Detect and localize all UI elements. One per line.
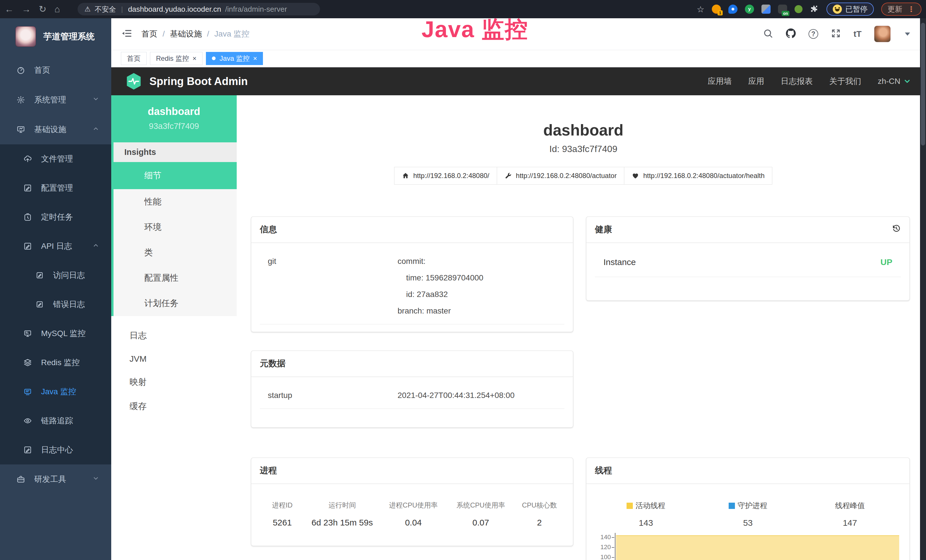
sidebar-item-access-log[interactable]: 访问日志 bbox=[0, 261, 111, 290]
threads-card-title: 线程 bbox=[586, 458, 909, 484]
sidebar-item-tracing[interactable]: 链路追踪 bbox=[0, 406, 111, 435]
browser-update-button[interactable]: 更新 ⋮ bbox=[881, 3, 921, 16]
metadata-card-title: 元数据 bbox=[251, 351, 573, 377]
metadata-card: 元数据 startup 2021-04-27T00:44:31.254+08:0… bbox=[251, 351, 573, 428]
sba-section-insights: Insights bbox=[113, 142, 237, 162]
sba-item-jvm[interactable]: JVM bbox=[111, 348, 237, 370]
tab-java-monitor[interactable]: Java 监控 bbox=[206, 52, 263, 65]
extension-grid-icon[interactable] bbox=[761, 5, 770, 14]
daemon-threads-value: 53 bbox=[697, 518, 799, 528]
sba-item-mappings[interactable]: 映射 bbox=[111, 370, 237, 394]
extension-green-icon[interactable] bbox=[794, 5, 802, 13]
font-size-icon[interactable]: tT bbox=[853, 29, 861, 39]
sidebar-item-dev-tools[interactable]: 研发工具 bbox=[0, 465, 111, 494]
home-icon bbox=[402, 172, 409, 179]
profile-paused-pill[interactable]: 已暂停 bbox=[826, 3, 874, 16]
breadcrumb-section[interactable]: 基础设施 bbox=[170, 29, 202, 39]
search-icon[interactable] bbox=[763, 28, 773, 40]
extension-orange-icon[interactable]: 1 bbox=[712, 5, 721, 14]
history-icon[interactable] bbox=[892, 224, 901, 235]
browser-home-icon[interactable]: ⌂ bbox=[54, 5, 60, 14]
sba-language-select[interactable]: zh-CN bbox=[878, 77, 911, 86]
sba-item-details[interactable]: 细节 bbox=[113, 162, 237, 189]
sba-nav-applications[interactable]: 应用 bbox=[748, 76, 764, 87]
sba-item-configprops[interactable]: 配置属性 bbox=[113, 265, 237, 291]
legend-yellow-swatch bbox=[626, 502, 633, 509]
browser-menu-icon[interactable]: ⋮ bbox=[908, 5, 915, 14]
sidebar-item-java-monitor[interactable]: Java 监控 bbox=[0, 377, 111, 406]
legend-blue-swatch bbox=[729, 502, 735, 509]
sba-item-environment[interactable]: 环境 bbox=[113, 215, 237, 240]
page-scrollbar[interactable] bbox=[920, 18, 926, 560]
sba-menu-plain: 日志 JVM 映射 缓存 bbox=[111, 324, 237, 419]
extensions-puzzle-icon[interactable] bbox=[810, 5, 819, 14]
sba-insights-group: Insights 细节 性能 环境 类 配置属性 计划任务 bbox=[111, 142, 237, 316]
help-icon[interactable]: ? bbox=[808, 29, 818, 39]
address-bar[interactable]: ⚠ 不安全 | dashboard.yudao.iocoder.cn/infra… bbox=[77, 3, 320, 15]
info-card: 信息 git commit: time: 1596289704000 id: 2… bbox=[251, 216, 573, 332]
infra-icon bbox=[17, 125, 25, 134]
breadcrumb: 首页 / 基础设施 / Java 监控 bbox=[141, 29, 250, 39]
app-logo-row[interactable]: 芋道管理系统 bbox=[0, 18, 111, 55]
fullscreen-icon[interactable] bbox=[831, 28, 841, 40]
sba-instance-header[interactable]: dashboard 93a3fc7f7409 bbox=[111, 95, 237, 142]
sidebar-item-redis-monitor[interactable]: Redis 监控 bbox=[0, 348, 111, 377]
git-commit-line: commit: bbox=[398, 257, 483, 266]
infra-submenu: 文件管理 配置管理 定时任务 API 日志 访问日志 错误日志 bbox=[0, 144, 111, 465]
browser-reload-icon[interactable]: ↻ bbox=[39, 5, 47, 14]
scrollbar-thumb[interactable] bbox=[921, 23, 925, 145]
browser-forward-icon[interactable]: → bbox=[22, 5, 31, 14]
security-label: 不安全 bbox=[95, 5, 116, 14]
tab-home[interactable]: 首页 bbox=[121, 52, 147, 65]
user-menu-caret-icon[interactable] bbox=[905, 33, 910, 36]
eye-icon bbox=[23, 416, 32, 425]
sidebar-item-error-log[interactable]: 错误日志 bbox=[0, 290, 111, 319]
sidebar-item-file-manage[interactable]: 文件管理 bbox=[0, 144, 111, 173]
url-host: dashboard.yudao.iocoder.cn bbox=[128, 5, 221, 14]
instance-actuator-link[interactable]: http://192.168.0.2:48080/actuator bbox=[497, 167, 625, 185]
breadcrumb-home[interactable]: 首页 bbox=[141, 29, 157, 39]
gear-icon bbox=[17, 95, 25, 104]
sba-item-logfile[interactable]: 日志 bbox=[111, 324, 237, 348]
instance-health-row: Instance UP bbox=[595, 253, 901, 277]
sba-item-scheduled-tasks[interactable]: 计划任务 bbox=[113, 291, 237, 316]
profile-emoji-icon bbox=[833, 5, 842, 14]
bookmark-star-icon[interactable]: ☆ bbox=[697, 4, 704, 14]
user-avatar[interactable] bbox=[874, 26, 891, 42]
sidebar-item-home[interactable]: 首页 bbox=[0, 55, 111, 85]
tab-redis-monitor[interactable]: Redis 监控 bbox=[150, 52, 203, 65]
sidebar-item-scheduled-jobs[interactable]: 定时任务 bbox=[0, 203, 111, 232]
instance-home-link[interactable]: http://192.168.0.2:48080/ bbox=[394, 167, 497, 185]
extension-y-icon[interactable]: y bbox=[745, 5, 754, 14]
close-icon[interactable] bbox=[192, 54, 197, 62]
sidebar-collapse-icon[interactable] bbox=[121, 28, 132, 40]
y-axis-tick: 100 bbox=[595, 554, 611, 560]
app-sidebar: 芋道管理系统 首页 系统管理 基础设施 文件管理 配置管理 bbox=[0, 18, 111, 560]
sba-item-classes[interactable]: 类 bbox=[113, 240, 237, 265]
sidebar-item-system[interactable]: 系统管理 bbox=[0, 85, 111, 115]
sidebar-item-api-log[interactable]: API 日志 bbox=[0, 232, 111, 261]
git-info-row: git commit: time: 1596289704000 id: 27aa… bbox=[260, 253, 564, 324]
sba-nav: 应用墙 应用 日志报表 关于我们 zh-CN bbox=[708, 76, 911, 87]
github-icon[interactable] bbox=[786, 28, 796, 40]
extension-dark-icon[interactable]: on bbox=[778, 5, 787, 14]
close-icon[interactable] bbox=[253, 54, 257, 62]
sidebar-item-log-center[interactable]: 日志中心 bbox=[0, 435, 111, 465]
log-icon bbox=[23, 242, 32, 250]
system-cpu-value: 0.07 bbox=[447, 518, 514, 527]
sidebar-item-mysql-monitor[interactable]: MySQL 监控 bbox=[0, 319, 111, 348]
browser-back-icon[interactable]: ← bbox=[5, 5, 14, 14]
sba-nav-wall[interactable]: 应用墙 bbox=[708, 76, 732, 87]
health-card-title: 健康 bbox=[595, 224, 612, 235]
sba-nav-journal[interactable]: 日志报表 bbox=[781, 76, 813, 87]
sidebar-item-infra[interactable]: 基础设施 bbox=[0, 115, 111, 144]
sba-nav-about[interactable]: 关于我们 bbox=[829, 76, 861, 87]
extension-pin-icon[interactable] bbox=[728, 5, 737, 14]
paused-label: 已暂停 bbox=[845, 4, 867, 14]
sba-item-caches[interactable]: 缓存 bbox=[111, 394, 237, 419]
cpu-cores-value: 2 bbox=[514, 518, 564, 527]
instance-health-link[interactable]: http://192.168.0.2:48080/actuator/health bbox=[624, 167, 772, 185]
sba-item-metrics[interactable]: 性能 bbox=[113, 189, 237, 215]
sidebar-item-config-manage[interactable]: 配置管理 bbox=[0, 173, 111, 203]
process-col-header: 进程ID bbox=[260, 501, 305, 510]
